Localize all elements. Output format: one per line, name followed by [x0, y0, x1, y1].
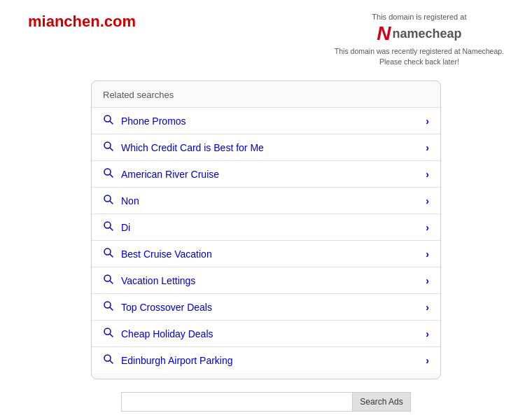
search-item-left: Vacation Lettings — [103, 274, 195, 287]
search-icon — [103, 300, 114, 314]
search-items-list: Phone Promos› Which Credit Card is Best … — [92, 107, 440, 373]
chevron-right-icon: › — [426, 169, 429, 180]
chevron-right-icon: › — [426, 328, 429, 340]
search-item-label: Best Cruise Vacation — [121, 248, 212, 260]
related-searches-title: Related searches — [92, 90, 440, 107]
search-item-left: Which Credit Card is Best for Me — [103, 141, 264, 154]
svg-line-5 — [110, 175, 113, 178]
namecheap-block: This domain is registered at N namecheap… — [335, 13, 504, 66]
search-item-label: American River Cruise — [121, 169, 219, 180]
svg-point-12 — [104, 275, 111, 281]
svg-point-4 — [104, 169, 111, 175]
svg-point-6 — [104, 195, 111, 202]
chevron-right-icon: › — [426, 355, 429, 366]
svg-point-16 — [104, 328, 111, 335]
search-item-label: Non — [121, 195, 139, 206]
search-item[interactable]: Edinburgh Airport Parking› — [92, 346, 440, 373]
svg-line-1 — [110, 122, 113, 125]
search-icon — [103, 167, 114, 181]
search-item-label: Di — [121, 222, 130, 233]
search-item-left: Di — [103, 220, 130, 234]
chevron-right-icon: › — [426, 195, 429, 206]
search-item-left: Edinburgh Airport Parking — [103, 354, 233, 367]
search-icon — [103, 194, 114, 207]
search-item-label: Phone Promos — [121, 115, 186, 127]
search-icon — [103, 141, 114, 154]
search-bar-row: Search Ads — [91, 392, 441, 412]
chevron-right-icon: › — [426, 248, 429, 260]
search-item-label: Top Crossover Deals — [121, 302, 212, 313]
search-icon — [103, 274, 114, 287]
chevron-right-icon: › — [426, 142, 429, 153]
search-item[interactable]: Cheap Holiday Deals› — [92, 320, 440, 346]
namecheap-logo: N namecheap — [335, 24, 504, 43]
svg-line-17 — [110, 335, 113, 337]
namecheap-tagline: This domain is registered at — [335, 13, 504, 21]
search-item-left: Best Cruise Vacation — [103, 247, 212, 260]
namecheap-wordmark: namecheap — [392, 27, 461, 41]
search-item[interactable]: American River Cruise› — [92, 160, 440, 187]
header: mianchen.com This domain is registered a… — [0, 0, 532, 74]
main-content: Related searches Phone Promos› Which Cre… — [0, 74, 532, 420]
search-item-label: Vacation Lettings — [121, 275, 195, 286]
search-item[interactable]: Vacation Lettings› — [92, 267, 440, 293]
search-item-left: Non — [103, 194, 139, 207]
namecheap-subtitle: This domain was recently registered at N… — [335, 46, 504, 66]
chevron-right-icon: › — [426, 275, 429, 286]
svg-line-15 — [110, 308, 113, 311]
search-item[interactable]: Best Cruise Vacation› — [92, 240, 440, 267]
search-icon — [103, 220, 114, 234]
search-item[interactable]: Di› — [92, 214, 440, 240]
chevron-right-icon: › — [426, 302, 429, 313]
svg-line-7 — [110, 202, 113, 204]
svg-point-8 — [104, 222, 111, 228]
search-item-left: American River Cruise — [103, 167, 219, 181]
svg-line-11 — [110, 255, 113, 258]
svg-line-9 — [110, 228, 113, 231]
search-icon — [103, 354, 114, 367]
search-item[interactable]: Non› — [92, 187, 440, 214]
search-item-label: Edinburgh Airport Parking — [121, 355, 233, 366]
site-logo[interactable]: mianchen.com — [28, 13, 136, 31]
svg-line-13 — [110, 281, 113, 284]
svg-line-3 — [110, 148, 113, 151]
search-icon — [103, 114, 114, 127]
search-item[interactable]: Top Crossover Deals› — [92, 293, 440, 320]
svg-point-18 — [104, 355, 111, 361]
svg-line-19 — [110, 361, 113, 364]
search-item-left: Top Crossover Deals — [103, 300, 212, 314]
chevron-right-icon: › — [426, 222, 429, 233]
svg-point-10 — [104, 248, 111, 255]
search-icon — [103, 327, 114, 340]
chevron-right-icon: › — [426, 115, 429, 127]
search-icon — [103, 247, 114, 260]
search-item-label: Cheap Holiday Deals — [121, 328, 214, 340]
search-item[interactable]: Phone Promos› — [92, 107, 440, 134]
search-input[interactable] — [121, 392, 352, 412]
search-item[interactable]: Which Credit Card is Best for Me› — [92, 134, 440, 160]
svg-point-14 — [104, 302, 111, 308]
search-item-label: Which Credit Card is Best for Me — [121, 142, 264, 153]
search-item-left: Phone Promos — [103, 114, 186, 127]
svg-point-0 — [104, 115, 111, 122]
search-ads-button[interactable]: Search Ads — [352, 392, 410, 412]
related-searches-box: Related searches Phone Promos› Which Cre… — [91, 80, 441, 379]
search-item-left: Cheap Holiday Deals — [103, 327, 214, 340]
namecheap-n-icon: N — [377, 24, 391, 43]
svg-point-2 — [104, 142, 111, 148]
